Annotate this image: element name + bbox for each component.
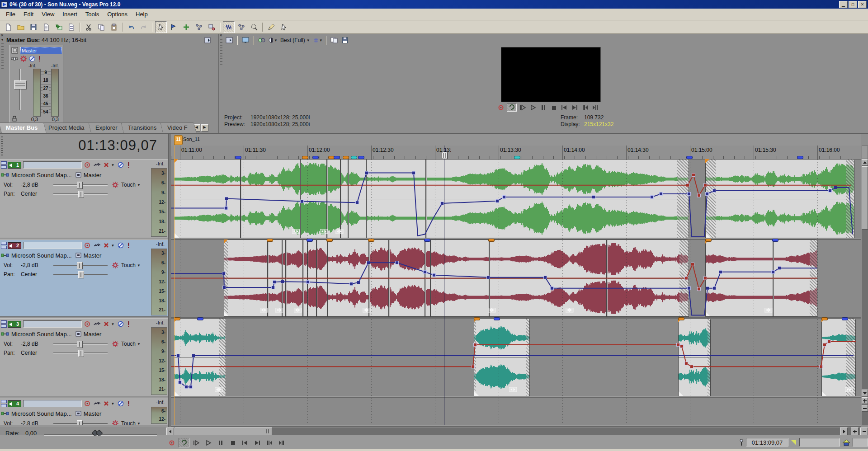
master-fader[interactable] — [14, 80, 27, 89]
bus-route-icon[interactable] — [75, 331, 82, 337]
ruler-marker[interactable] — [686, 156, 693, 159]
automation-gear-icon[interactable] — [112, 420, 118, 425]
tab-scroll-right-icon[interactable]: ▶ — [201, 124, 208, 132]
loop-playback-button[interactable] — [507, 103, 517, 112]
track-envelope-button[interactable] — [93, 242, 102, 249]
volume-value[interactable]: -2.8 dB — [21, 420, 50, 425]
phase-invert-button[interactable] — [126, 161, 131, 169]
track-name-input[interactable] — [23, 161, 82, 169]
track-envelope-button[interactable] — [93, 320, 102, 328]
track-header-3[interactable]: 3▼-Inf.3-6-9-12-15-18-21-Microsoft Sound… — [0, 318, 168, 396]
event-start-marker[interactable] — [174, 317, 180, 320]
solo-button[interactable] — [116, 320, 125, 328]
zoom-in-track-icon[interactable] — [862, 397, 868, 404]
scroll-up-icon[interactable] — [862, 159, 868, 166]
pan-value[interactable]: Center — [21, 350, 50, 356]
event-start-marker[interactable] — [705, 239, 712, 242]
event-start-marker[interactable] — [488, 239, 495, 242]
automation-gear-icon[interactable] — [112, 262, 118, 268]
phase-invert-button[interactable] — [126, 400, 131, 407]
drag-handle[interactable] — [1, 136, 3, 156]
copy-snapshot-icon[interactable] — [329, 36, 339, 45]
volume-value[interactable]: -2,8 dB — [21, 262, 50, 268]
track-minimize-icon[interactable] — [1, 400, 7, 407]
track-minimize-icon[interactable] — [1, 242, 7, 249]
mute-icon[interactable] — [29, 56, 35, 62]
solo-button[interactable] — [116, 400, 125, 407]
track-device-name[interactable]: Microsoft Sound Map... — [11, 252, 72, 259]
marker-flag[interactable]: 11 — [174, 135, 183, 145]
event-start-marker[interactable] — [197, 317, 203, 320]
scroll-down-icon[interactable] — [862, 390, 868, 396]
event-start-marker[interactable] — [474, 317, 480, 320]
menu-insert[interactable]: Insert — [58, 9, 81, 19]
stop-button[interactable] — [549, 104, 558, 111]
tab-project-media[interactable]: Project Media — [41, 122, 93, 133]
play-button[interactable] — [528, 104, 538, 111]
volume-value[interactable]: -2,8 dB — [21, 341, 50, 347]
bus-route-icon[interactable] — [75, 253, 82, 258]
volume-slider[interactable] — [53, 262, 108, 269]
zoom-out-time-icon[interactable] — [860, 428, 868, 435]
ruler-marker[interactable] — [797, 156, 803, 159]
scrollbar-thumb[interactable] — [862, 166, 868, 230]
stop-button[interactable] — [227, 438, 238, 447]
mute-button[interactable]: ▼ — [103, 242, 115, 249]
go-to-start-button[interactable] — [560, 104, 569, 111]
automation-gear-icon[interactable] — [112, 182, 118, 188]
automation-gear-icon[interactable] — [20, 56, 27, 62]
preview-grip[interactable]: ✕ — [219, 34, 224, 133]
track-header-4[interactable]: 4▼-Inf.6-12-Microsoft Sound Map...Master… — [0, 398, 168, 425]
import-media-button[interactable] — [53, 21, 65, 33]
pen-tool-button[interactable] — [265, 21, 277, 33]
go-to-end-button[interactable] — [252, 438, 263, 447]
interactive-tutorials-button[interactable] — [278, 21, 290, 33]
arm-record-button[interactable] — [83, 320, 92, 328]
ruler-marker[interactable] — [235, 156, 241, 159]
ungroup-events-button[interactable] — [206, 21, 217, 33]
phase-invert-button[interactable] — [126, 242, 131, 249]
event-start-marker[interactable] — [368, 239, 374, 242]
menu-file[interactable]: File — [2, 9, 19, 19]
slider-handle[interactable] — [78, 271, 84, 278]
selection-end-field[interactable] — [853, 438, 868, 446]
paste-button[interactable] — [108, 21, 120, 33]
ruler-marker[interactable] — [351, 156, 357, 159]
horizontal-scrollbar[interactable] — [166, 428, 868, 435]
time-ruler[interactable]: 01:11:0001:11:3001:12:0001:12:3001:13:01… — [171, 146, 861, 160]
cut-button[interactable] — [83, 21, 94, 33]
envelope-edit-tool-button[interactable] — [168, 21, 179, 33]
zoom-out-track-icon[interactable] — [862, 405, 868, 412]
close-button[interactable]: ✕ — [858, 1, 867, 8]
event-start-marker[interactable] — [678, 317, 684, 320]
open-project-button[interactable] — [15, 21, 27, 33]
track-device-name[interactable]: Microsoft Sound Map... — [11, 331, 72, 338]
drag-handle[interactable] — [1, 43, 4, 70]
track-header-1[interactable]: 1▼-Inf.3-6-9-12-15-18-21-Microsoft Sound… — [0, 159, 168, 238]
insert-fx-icon[interactable] — [11, 56, 18, 61]
group-events-button[interactable] — [193, 21, 205, 33]
render-as-button[interactable] — [66, 21, 77, 33]
new-project-button[interactable] — [2, 21, 14, 33]
pin-icon[interactable] — [739, 439, 744, 446]
track-bus-name[interactable]: Master — [84, 331, 102, 338]
pan-slider[interactable] — [53, 190, 108, 197]
go-to-end-button[interactable] — [570, 104, 579, 111]
ruler-marker[interactable] — [312, 156, 319, 159]
marker-bar[interactable]: 11 Son_11 — [171, 134, 861, 146]
event-start-marker[interactable] — [842, 317, 848, 320]
ruler-marker[interactable] — [302, 156, 308, 159]
menu-edit[interactable]: Edit — [19, 9, 38, 19]
ruler-marker[interactable] — [514, 156, 520, 159]
envelope-line[interactable] — [171, 240, 861, 317]
dock-grip[interactable]: ✕ ◂ — [0, 34, 5, 133]
play-button[interactable] — [203, 438, 214, 447]
maximize-button[interactable]: □ — [849, 1, 857, 8]
mute-button[interactable]: ▼ — [103, 320, 115, 328]
scrollbar-thumb[interactable] — [175, 428, 272, 435]
slider-handle[interactable] — [77, 341, 83, 348]
track-bus-name[interactable]: Master — [84, 252, 102, 259]
event-start-marker[interactable] — [267, 239, 273, 242]
minimize-button[interactable]: ▁ — [839, 1, 848, 8]
automation-mode[interactable]: Touch — [121, 262, 136, 268]
